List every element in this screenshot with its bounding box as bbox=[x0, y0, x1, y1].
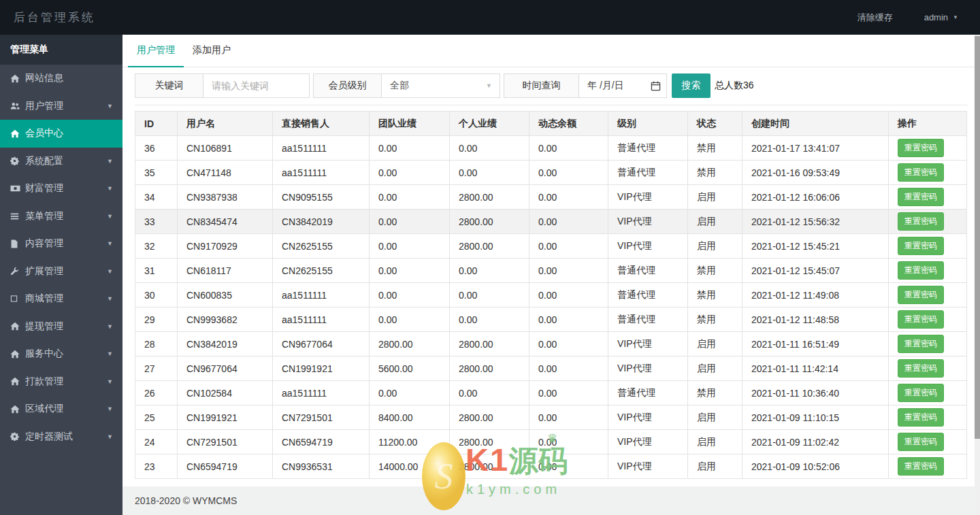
reset-password-button[interactable]: 重置密码 bbox=[898, 188, 944, 206]
home-icon bbox=[10, 322, 25, 331]
scrollbar-thumb[interactable] bbox=[975, 36, 980, 439]
chevron-down-icon: ▼ bbox=[107, 295, 113, 302]
cell-username: CN9993682 bbox=[178, 308, 273, 332]
sidebar-item-13[interactable]: 区域代理 ▼ bbox=[0, 395, 122, 423]
reset-password-button[interactable]: 重置密码 bbox=[898, 384, 944, 402]
cell-seller: CN2625155 bbox=[273, 259, 370, 283]
sidebar-item-14[interactable]: 定时器测试 ▼ bbox=[0, 423, 122, 451]
sidebar-item-3[interactable]: 会员中心 ▼ bbox=[0, 120, 122, 148]
reset-password-button[interactable]: 重置密码 bbox=[898, 335, 944, 353]
tab-add-user[interactable]: 添加用户 bbox=[184, 35, 240, 67]
sidebar-item-10[interactable]: 提现管理 ▼ bbox=[0, 313, 122, 341]
chevron-down-icon: ▼ bbox=[107, 103, 113, 110]
sidebar-item-label: 内容管理 bbox=[25, 237, 107, 250]
reset-password-button[interactable]: 重置密码 bbox=[898, 139, 944, 157]
reset-password-button[interactable]: 重置密码 bbox=[898, 359, 944, 378]
home-icon bbox=[10, 405, 25, 414]
chevron-down-icon: ▼ bbox=[107, 378, 113, 385]
cell-dynamic-balance: 0.00 bbox=[529, 283, 608, 308]
reset-password-button[interactable]: 重置密码 bbox=[898, 310, 944, 329]
cell-created-time: 2021-01-17 13:41:07 bbox=[742, 136, 889, 161]
reset-password-button[interactable]: 重置密码 bbox=[898, 433, 944, 451]
cell-seller: aa1511111 bbox=[273, 381, 370, 405]
reset-password-button[interactable]: 重置密码 bbox=[898, 457, 944, 476]
cell-username: CN9387938 bbox=[178, 185, 273, 210]
sidebar-item-7[interactable]: 内容管理 ▼ bbox=[0, 230, 122, 258]
sidebar-item-8[interactable]: 扩展管理 ▼ bbox=[0, 258, 122, 286]
table-row: 28 CN3842019 CN9677064 2800.00 2800.00 0… bbox=[135, 332, 967, 356]
reset-password-button[interactable]: 重置密码 bbox=[898, 237, 944, 255]
reset-password-button[interactable]: 重置密码 bbox=[898, 163, 944, 182]
chevron-down-icon: ▼ bbox=[107, 158, 113, 165]
cell-id: 25 bbox=[135, 405, 178, 430]
reset-password-button[interactable]: 重置密码 bbox=[898, 261, 944, 280]
chevron-down-icon: ▼ bbox=[107, 433, 113, 440]
cell-personal-performance: 2800.00 bbox=[450, 430, 529, 454]
cell-username: CN6594719 bbox=[178, 454, 273, 479]
cell-dynamic-balance: 0.00 bbox=[529, 308, 608, 332]
level-select[interactable]: 全部 ▼ bbox=[382, 74, 500, 97]
column-header: 级别 bbox=[608, 112, 688, 136]
sidebar-item-12[interactable]: 打款管理 ▼ bbox=[0, 368, 122, 396]
cell-personal-performance: 0.00 bbox=[450, 161, 529, 185]
column-header: 状态 bbox=[688, 112, 742, 136]
date-input[interactable]: 年 /月/日 bbox=[579, 74, 666, 97]
cell-username: CN9170929 bbox=[178, 234, 273, 259]
sidebar-item-label: 菜单管理 bbox=[25, 210, 107, 222]
cell-created-time: 2021-01-09 10:52:06 bbox=[742, 454, 889, 479]
search-button[interactable]: 搜索 bbox=[672, 73, 710, 98]
tab-user-management[interactable]: 用户管理 bbox=[128, 35, 184, 67]
cell-team-performance: 0.00 bbox=[370, 210, 450, 234]
reset-password-button[interactable]: 重置密码 bbox=[898, 286, 944, 304]
sidebar-item-label: 商城管理 bbox=[25, 293, 107, 305]
table-row: 30 CN600835 aa1511111 0.00 0.00 0.00 普通代… bbox=[135, 283, 967, 308]
cell-username: CN102584 bbox=[178, 381, 273, 405]
cell-id: 23 bbox=[135, 454, 178, 479]
sidebar-item-1[interactable]: 网站信息 ▼ bbox=[0, 65, 122, 93]
cell-personal-performance: 2800.00 bbox=[450, 185, 529, 210]
sidebar-item-5[interactable]: 财富管理 ▼ bbox=[0, 175, 122, 203]
sidebar-item-9[interactable]: 商城管理 ▼ bbox=[0, 285, 122, 313]
sidebar-item-label: 扩展管理 bbox=[25, 265, 107, 278]
table-row: 26 CN102584 aa1511111 0.00 0.00 0.00 普通代… bbox=[135, 381, 967, 405]
cell-username: CN600835 bbox=[178, 283, 273, 308]
cell-level: VIP代理 bbox=[608, 356, 688, 381]
keyword-input[interactable] bbox=[203, 74, 309, 97]
gears-icon bbox=[10, 156, 25, 165]
cell-personal-performance: 0.00 bbox=[450, 308, 529, 332]
cell-created-time: 2021-01-16 09:53:49 bbox=[742, 161, 889, 185]
cell-level: VIP代理 bbox=[608, 430, 688, 454]
sidebar-item-label: 会员中心 bbox=[25, 127, 107, 139]
sidebar-item-4[interactable]: 系统配置 ▼ bbox=[0, 148, 122, 176]
cell-created-time: 2021-01-11 10:36:40 bbox=[742, 381, 889, 405]
cell-team-performance: 0.00 bbox=[370, 381, 450, 405]
username-label: admin bbox=[924, 12, 948, 22]
filter-row: 关键词 会员级别 全部 ▼ 时间查询 年 /月/日 bbox=[135, 73, 968, 98]
level-selected-value: 全部 bbox=[390, 80, 409, 92]
table-row: 34 CN9387938 CN9095155 0.00 2800.00 0.00… bbox=[135, 185, 967, 210]
user-menu[interactable]: admin ▼ bbox=[924, 12, 958, 22]
cell-team-performance: 14000.00 bbox=[370, 454, 450, 479]
calendar-icon[interactable] bbox=[651, 81, 661, 93]
cell-level: 普通代理 bbox=[608, 283, 688, 308]
sidebar-item-2[interactable]: 用户管理 ▼ bbox=[0, 93, 122, 120]
clear-cache-button[interactable]: 清除缓存 bbox=[858, 12, 893, 24]
app-title: 后台管理系统 bbox=[0, 10, 95, 25]
reset-password-button[interactable]: 重置密码 bbox=[898, 408, 944, 427]
sidebar-item-label: 提现管理 bbox=[25, 320, 107, 333]
home-icon bbox=[10, 74, 25, 83]
scrollbar-track[interactable] bbox=[975, 35, 980, 515]
cell-seller: aa1511111 bbox=[273, 308, 370, 332]
cell-id: 35 bbox=[135, 161, 178, 185]
cell-created-time: 2021-01-09 11:02:42 bbox=[742, 430, 889, 454]
cell-username: CN9677064 bbox=[178, 356, 273, 381]
cell-status: 禁用 bbox=[688, 381, 742, 405]
cell-level: 普通代理 bbox=[608, 136, 688, 161]
reset-password-button[interactable]: 重置密码 bbox=[898, 212, 944, 231]
cell-team-performance: 11200.00 bbox=[370, 430, 450, 454]
sidebar-item-6[interactable]: 菜单管理 ▼ bbox=[0, 203, 122, 231]
column-header: 用户名 bbox=[178, 112, 273, 136]
copyright-text: 2018-2020 © WYMCMS bbox=[135, 495, 237, 506]
column-header: 直接销售人 bbox=[273, 112, 370, 136]
sidebar-item-11[interactable]: 服务中心 ▼ bbox=[0, 340, 122, 368]
